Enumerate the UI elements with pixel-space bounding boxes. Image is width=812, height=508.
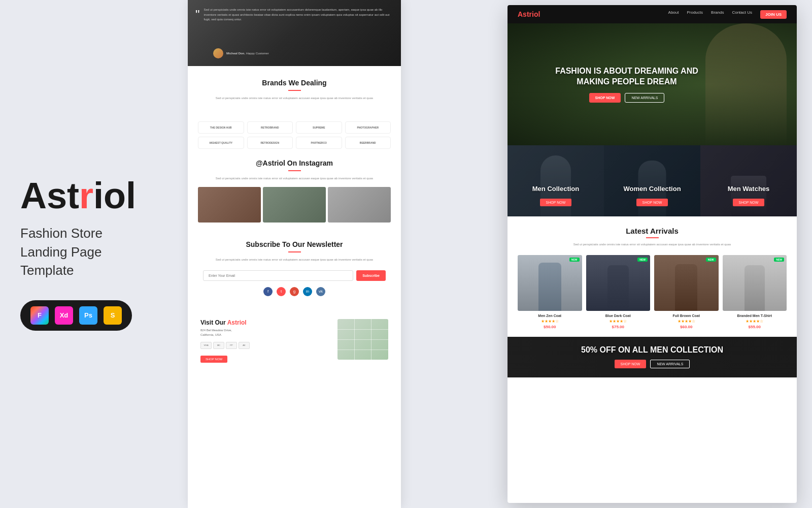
women-collection-button[interactable]: SHOP NOW xyxy=(636,199,668,206)
men-watches-content: Men Watches SHOP NOW xyxy=(700,185,797,206)
map-grid-line xyxy=(371,319,371,360)
arrivals-title-bar xyxy=(646,237,659,238)
instagram-section: @Astriol On Instagram Sed ut perspiciati… xyxy=(188,149,401,228)
product-2-name: Blue Dark Coat xyxy=(586,314,651,318)
nav-link-about[interactable]: About xyxy=(668,10,679,19)
brand-name-black2: iol xyxy=(93,175,136,216)
newsletter-title-bar xyxy=(288,251,301,252)
testimonial-author: Micheal Don, Happy Customer xyxy=(213,48,269,58)
visit-map xyxy=(337,319,388,360)
nav-brand-black2: iol xyxy=(532,10,540,18)
product-1-image: NEW xyxy=(518,255,582,311)
twitter-icon[interactable]: t xyxy=(277,287,286,296)
right-mockup: Astriol About Products Brands Contact Us… xyxy=(507,5,797,503)
newsletter-title: Subscribe To Our Newsletter xyxy=(203,240,386,248)
product-1-badge: NEW xyxy=(569,258,580,262)
hero-shop-button[interactable]: SHOP NOW xyxy=(589,93,621,103)
men-collection-button[interactable]: SHOP NOW xyxy=(540,199,572,206)
nav-link-brands[interactable]: Brands xyxy=(711,10,724,19)
product-3-price: $60.00 xyxy=(654,325,719,329)
visit-info: Visit Our Astriol 824 Bel Meadow Drive,C… xyxy=(200,319,330,363)
product-1-stars: ★★★★☆ xyxy=(518,319,582,324)
nav-link-contact[interactable]: Contact Us xyxy=(732,10,752,19)
facebook-icon[interactable]: f xyxy=(263,287,273,296)
hero-arrivals-button[interactable]: NEW ARRIVALS xyxy=(625,93,664,103)
collections-row: Men Collection SHOP NOW Women Collection… xyxy=(507,145,797,216)
product-2-silhouette xyxy=(607,265,629,311)
product-1-silhouette xyxy=(538,263,561,311)
men-collection-title: Men Collection xyxy=(507,185,604,193)
instagram-photo-3 xyxy=(328,187,391,223)
arrivals-section: Latest Arrivals Sed ut perspiciatis unde… xyxy=(507,216,797,337)
product-3-image: NEW xyxy=(654,255,719,311)
newsletter-subscribe-button[interactable]: Subscribe xyxy=(356,270,386,281)
product-4: NEW Branded Men T-Shirt ★★★★☆ $55.00 xyxy=(723,255,787,329)
product-4-figure xyxy=(723,255,787,311)
tools-badge: F Xd Ps S xyxy=(20,300,132,331)
arrivals-description: Sed ut perspiciatis unde omnis iste natu… xyxy=(518,242,787,247)
product-2-price: $75.00 xyxy=(586,325,651,329)
men-collection-card[interactable]: Men Collection SHOP NOW xyxy=(507,145,604,216)
product-2-figure xyxy=(586,255,651,311)
quote-mark-icon: " xyxy=(195,8,200,22)
men-watches-title: Men Watches xyxy=(700,185,797,193)
left-mockup: " Sed ut perspiciatis unde omnis iste na… xyxy=(188,0,401,508)
product-4-stars: ★★★★☆ xyxy=(723,319,787,324)
brand-item: PARTNERCO xyxy=(296,137,342,149)
brand-item: RETRODESIGN xyxy=(247,137,293,149)
women-collection-card[interactable]: Women Collection SHOP NOW xyxy=(604,145,700,216)
hero-section: FASHION IS ABOUT DREAMING ANDMAKING PEOP… xyxy=(507,23,797,145)
brands-description: Sed ut perspiciatis unde omnis iste natu… xyxy=(203,96,386,101)
product-3: NEW Full Brown Coat ★★★★☆ $60.00 xyxy=(654,255,719,329)
map-grid-line xyxy=(337,329,388,330)
arrivals-title: Latest Arrivals xyxy=(518,227,787,235)
product-1-figure xyxy=(518,255,582,311)
newsletter-email-input[interactable] xyxy=(203,270,353,281)
vk-icon[interactable]: vk xyxy=(316,287,325,296)
googleplus-icon[interactable]: g xyxy=(290,287,299,296)
hero-text: FASHION IS ABOUT DREAMING ANDMAKING PEOP… xyxy=(555,66,698,103)
visa-icon: VISA xyxy=(200,342,212,349)
ae-icon: AE xyxy=(239,342,250,349)
brand-item: BEERBRAND xyxy=(345,137,391,149)
women-collection-content: Women Collection SHOP NOW xyxy=(604,185,700,206)
product-4-name: Branded Men T-Shirt xyxy=(723,314,787,318)
product-1-price: $50.00 xyxy=(518,325,582,329)
social-icons-row: f t g in vk xyxy=(203,287,386,296)
product-2-badge: NEW xyxy=(637,258,648,262)
product-3-figure xyxy=(654,255,719,311)
brand-name-black: Ast xyxy=(20,175,79,216)
brands-section: Brands We Dealing Sed ut perspiciatis un… xyxy=(188,66,401,114)
brand-name-red: r xyxy=(79,175,93,216)
men-watches-button[interactable]: SHOP NOW xyxy=(733,199,765,206)
visit-shop-button[interactable]: SHOP NOW xyxy=(200,356,227,363)
hero-title: FASHION IS ABOUT DREAMING ANDMAKING PEOP… xyxy=(555,66,698,87)
newsletter-description: Sed ut perspiciatis unde omnis iste natu… xyxy=(203,258,386,263)
promo-buttons: SHOP NOW NEW ARRIVALS xyxy=(581,360,723,368)
visit-title: Visit Our Astriol xyxy=(200,319,330,326)
promo-title: 50% OFF ON ALL MEN COLLECTION xyxy=(581,345,723,355)
instagram-photo-1 xyxy=(198,187,261,223)
promo-banner: 50% OFF ON ALL MEN COLLECTION SHOP NOW N… xyxy=(507,337,797,377)
product-2-image: NEW xyxy=(586,255,651,311)
product-1-name: Men Zen Coat xyxy=(518,314,582,318)
brand-item: SUPREME xyxy=(296,121,342,134)
linkedin-icon[interactable]: in xyxy=(303,287,312,296)
map-grid-line xyxy=(354,319,355,360)
testimonial-text: Sed ut perspiciatis unde omnis iste natu… xyxy=(204,8,393,22)
brand-logo: Astriol xyxy=(20,177,167,214)
product-2: NEW Blue Dark Coat ★★★★☆ $75.00 xyxy=(586,255,651,329)
promo-arrivals-button[interactable]: NEW ARRIVALS xyxy=(650,360,690,368)
brand-item: HIGHEST QUALITY xyxy=(198,137,244,149)
instagram-description: Sed ut perspiciatis unde omnis iste natu… xyxy=(198,176,391,181)
brand-tagline: Fashion StoreLanding PageTemplate xyxy=(20,224,167,279)
men-watches-card[interactable]: Men Watches SHOP NOW xyxy=(700,145,797,216)
nav-join-button[interactable]: JOIN US xyxy=(760,10,787,19)
product-3-badge: NEW xyxy=(706,258,716,262)
author-avatar xyxy=(213,48,223,58)
nav-link-products[interactable]: Products xyxy=(687,10,703,19)
promo-shop-button[interactable]: SHOP NOW xyxy=(615,360,647,368)
newsletter-section: Subscribe To Our Newsletter Sed ut persp… xyxy=(188,228,401,309)
product-3-name: Full Brown Coat xyxy=(654,314,719,318)
instagram-photo-2 xyxy=(263,187,326,223)
